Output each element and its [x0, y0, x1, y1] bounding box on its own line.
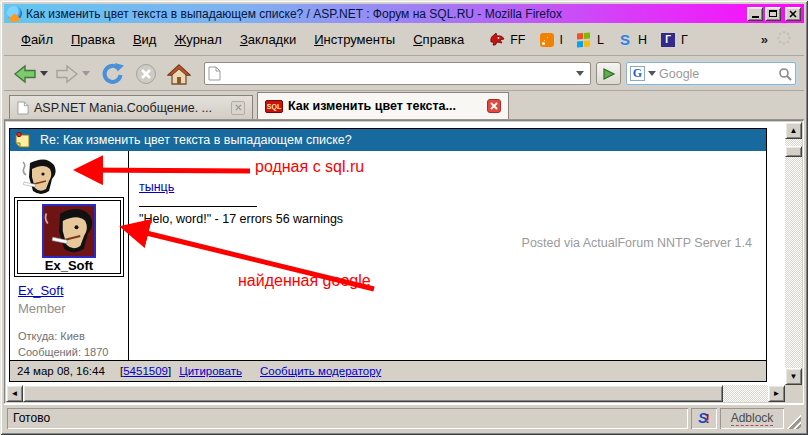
post-body-link[interactable]: тынць — [139, 180, 174, 194]
content-area: Re: Как изменить цвет текста в выпадающе… — [4, 120, 804, 404]
bookmark-label-ff[interactable]: FF — [510, 33, 525, 47]
post-header: Re: Как изменить цвет текста в выпадающе… — [10, 129, 766, 151]
scroll-right-button[interactable]: ► — [768, 385, 785, 402]
bookmark-label-gamma[interactable]: Г — [681, 33, 688, 47]
window-title: Как изменить цвет текста в выпадающем сп… — [26, 7, 743, 21]
menu-view[interactable]: Вид — [124, 29, 166, 50]
tab-active-sql-forum[interactable]: SQL Как изменить цвет текста... — [257, 92, 509, 119]
post-body: Ex_Soft Ex_Soft Member Откуда: Киев Сооб… — [10, 151, 766, 360]
status-bar: Готово S! Adblock — [4, 404, 804, 431]
gamma-icon[interactable]: Г — [660, 32, 676, 48]
stop-icon — [135, 63, 157, 85]
post-title: Re: Как изменить цвет текста в выпадающе… — [40, 133, 352, 147]
avatar-caption: Ex_Soft — [45, 258, 93, 273]
tab-close-button[interactable] — [487, 99, 501, 113]
author-role: Member — [18, 301, 66, 316]
vertical-scrollbar[interactable]: ▲ ▼ — [785, 122, 802, 385]
search-engine-caret[interactable] — [648, 71, 656, 76]
reload-icon — [101, 62, 125, 86]
title-bar: Как изменить цвет текста в выпадающем сп… — [4, 4, 804, 23]
google-engine-icon[interactable]: G — [630, 66, 645, 81]
go-icon — [602, 67, 616, 81]
bracket: ] — [168, 365, 171, 377]
tab-label: Как изменить цвет текста... — [288, 99, 482, 113]
status-text: Готово — [7, 408, 688, 429]
author-location: Откуда: Киев — [18, 330, 85, 342]
go-button[interactable] — [596, 62, 621, 85]
stop-button[interactable] — [135, 63, 157, 85]
tab-bar: ASP.NET Mania.Сообщение. ... SQL Как изм… — [4, 91, 804, 120]
bookmark-label-l[interactable]: L — [597, 33, 604, 47]
url-input[interactable] — [221, 67, 573, 81]
back-button[interactable] — [12, 62, 38, 86]
avatar-frame: Ex_Soft — [14, 197, 124, 277]
post-footer: 24 мар 08, 16:44 [5451509] Цитировать Со… — [10, 360, 766, 381]
back-icon — [12, 62, 38, 86]
menu-edit[interactable]: Правка — [62, 29, 124, 50]
menu-history[interactable]: Журнал — [165, 29, 230, 50]
throbber-icon — [776, 30, 792, 50]
dragon-icon[interactable] — [489, 32, 505, 48]
search-magnifier-icon[interactable] — [778, 67, 792, 81]
scroll-left-button[interactable]: ◄ — [6, 385, 23, 402]
search-input[interactable] — [659, 67, 778, 81]
bookmark-toolbar-items: FF I L S H Г Г — [489, 32, 696, 48]
tab-close-icon — [235, 104, 242, 111]
menu-tools[interactable]: Инструменты — [305, 29, 404, 50]
resize-grip[interactable] — [787, 415, 801, 429]
toolbar-overflow-chevron[interactable]: » — [753, 32, 776, 47]
minimize-icon — [752, 16, 759, 18]
annotation-native-avatar: родная с sql.ru — [255, 158, 364, 176]
menu-bookmarks[interactable]: Закладки — [231, 29, 305, 50]
quote-link[interactable]: Цитировать — [179, 365, 242, 377]
annotation-google-avatar: найденная google — [238, 272, 371, 290]
adblock-panel[interactable]: Adblock — [720, 408, 784, 429]
home-icon — [167, 63, 191, 85]
forward-icon — [54, 62, 80, 86]
close-icon — [789, 10, 797, 18]
bookmark-label-h[interactable]: H — [638, 33, 647, 47]
url-dropdown-caret[interactable] — [576, 71, 584, 76]
tab-aspnet-mania[interactable]: ASP.NET Mania.Сообщение. ... — [9, 95, 253, 119]
author-profile-link[interactable]: Ex_Soft — [18, 283, 64, 298]
signature-text: "Helo, word!" - 17 errors 56 warnings — [139, 212, 343, 226]
adblock-icon[interactable]: S! — [691, 408, 717, 429]
vertical-scroll-thumb[interactable] — [785, 146, 802, 157]
search-bar: G — [626, 62, 796, 85]
scroll-up-button[interactable]: ▲ — [785, 122, 802, 139]
post-id-link[interactable]: 5451509 — [123, 365, 168, 377]
windows-icon[interactable] — [576, 32, 592, 48]
sql-site-icon: SQL — [265, 100, 283, 113]
home-button[interactable] — [167, 63, 191, 85]
firefox-icon — [7, 6, 22, 21]
rss-icon[interactable] — [539, 32, 555, 48]
maximize-button[interactable] — [765, 7, 781, 21]
signature-separator — [139, 206, 257, 207]
scrollbar-corner — [785, 385, 802, 402]
tab-close-button[interactable] — [231, 101, 245, 115]
close-button[interactable] — [785, 7, 801, 21]
bookmark-label-i[interactable]: I — [560, 33, 563, 47]
horizontal-scroll-thumb[interactable] — [23, 385, 723, 402]
menu-file[interactable]: Файл — [12, 29, 62, 50]
forward-button[interactable] — [54, 62, 80, 86]
speeddial-icon[interactable]: S — [617, 32, 633, 48]
forward-dropdown-caret[interactable] — [82, 71, 90, 76]
menu-help[interactable]: Справка — [404, 29, 473, 50]
scroll-down-button[interactable]: ▼ — [785, 368, 802, 385]
adblock-label: Adblock — [731, 411, 774, 426]
posted-via-text: Posted via ActualForum NNTP Server 1.4 — [522, 236, 752, 250]
maximize-icon — [769, 10, 777, 17]
forum-post: Re: Как изменить цвет текста в выпадающе… — [9, 128, 767, 382]
post-date: 24 мар 08, 16:44 — [17, 365, 120, 377]
adblock-badge-excl: ! — [706, 411, 710, 426]
horizontal-scrollbar[interactable]: ◄ ► — [6, 385, 785, 402]
note-icon — [15, 132, 30, 148]
author-message-count: Сообщений: 1870 — [18, 346, 108, 358]
tab-page-icon — [17, 101, 29, 115]
minimize-button[interactable] — [747, 7, 763, 21]
report-to-moderator-link[interactable]: Сообщить модератору — [260, 365, 381, 377]
back-dropdown-caret[interactable] — [40, 71, 48, 76]
reload-button[interactable] — [101, 62, 125, 86]
web-page: Re: Как изменить цвет текста в выпадающе… — [6, 122, 785, 385]
